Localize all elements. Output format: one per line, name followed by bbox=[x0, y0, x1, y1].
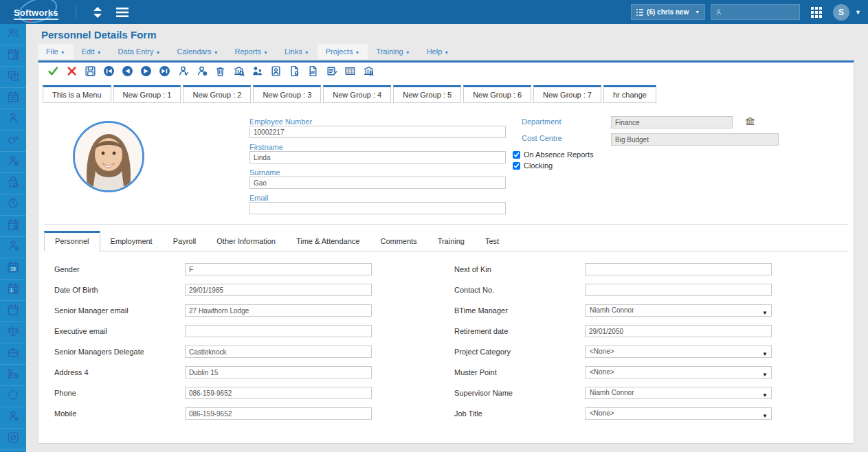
sidebar-item-calendar-user[interactable]: .s{fill:none;stroke:#ffffff;stroke-width… bbox=[0, 280, 26, 301]
avatar-caret-icon[interactable]: ▼ bbox=[855, 9, 861, 16]
nav-prev-button[interactable]: .s{fill:none;stroke:#2667ad;stroke-width… bbox=[121, 66, 133, 78]
group-button-0[interactable]: This is a Menu bbox=[43, 85, 111, 103]
tab-comments[interactable]: Comments bbox=[370, 231, 427, 251]
group-button-6[interactable]: New Group : 6 bbox=[463, 85, 531, 103]
email-field[interactable] bbox=[249, 202, 506, 214]
executive-email-field[interactable] bbox=[185, 325, 372, 337]
gender-field[interactable] bbox=[185, 263, 372, 275]
tab-other-information[interactable]: Other Information bbox=[206, 231, 286, 251]
surname-field[interactable] bbox=[249, 177, 506, 189]
sidebar-item-clock-check[interactable]: .s{fill:none;stroke:#ffffff;stroke-width… bbox=[0, 194, 26, 216]
muster-point-select[interactable]: <None>▼ bbox=[585, 366, 772, 378]
sidebar-item-person-settings[interactable]: .s{fill:none;stroke:#ffffff;stroke-width… bbox=[0, 407, 26, 429]
menu-help[interactable]: Help▼ bbox=[419, 44, 458, 59]
family-button[interactable]: .s{fill:none;stroke:#2667ad;stroke-width… bbox=[251, 66, 263, 78]
tab-test[interactable]: Test bbox=[475, 231, 509, 251]
sidebar-item-calendar-grid[interactable]: .s{fill:none;stroke:#ffffff;stroke-width… bbox=[0, 88, 26, 109]
sidebar-item-person-gear[interactable]: .s{fill:none;stroke:#ffffff;stroke-width… bbox=[0, 152, 26, 173]
tab-training[interactable]: Training bbox=[427, 231, 475, 251]
tab-employment[interactable]: Employment bbox=[100, 231, 163, 251]
menu-projects[interactable]: Projects▼ bbox=[318, 44, 368, 59]
sidebar-item-people[interactable]: .s{fill:none;stroke:#ffffff;stroke-width… bbox=[0, 24, 26, 45]
softworks-logo[interactable]: Softworks bbox=[10, 2, 63, 23]
nav-first-button[interactable]: .s{fill:none;stroke:#2667ad;stroke-width… bbox=[102, 66, 115, 78]
sidebar-item-person-dot[interactable]: .s{fill:none;stroke:#ffffff;stroke-width… bbox=[0, 237, 26, 258]
tab-payroll[interactable]: Payroll bbox=[163, 231, 207, 251]
sidebar-item-circle-dashed[interactable]: .s{fill:none;stroke:#ffffff;stroke-width… bbox=[0, 386, 26, 407]
collapse-expand-icon[interactable] bbox=[93, 7, 102, 18]
table-button[interactable]: .s{fill:none;stroke:#9aa0a6;stroke-width… bbox=[344, 66, 356, 78]
apps-grid-icon[interactable] bbox=[811, 7, 822, 18]
menu-links[interactable]: Links▼ bbox=[276, 44, 318, 59]
menu-edit[interactable]: Edit▼ bbox=[74, 44, 110, 59]
sidebar-item-scales[interactable]: .s{fill:none;stroke:#ffffff;stroke-width… bbox=[0, 322, 26, 343]
clocking-checkbox[interactable] bbox=[513, 162, 520, 170]
check-button[interactable]: .s{fill:none;stroke:#2667ad;stroke-width… bbox=[47, 66, 59, 78]
group-button-8[interactable]: hr change bbox=[603, 85, 656, 103]
trash-button[interactable]: .s{fill:none;stroke:#2667ad;stroke-width… bbox=[214, 66, 226, 78]
firstname-field[interactable] bbox=[249, 151, 506, 163]
sidebar-item-bag-clock[interactable]: .s{fill:none;stroke:#ffffff;stroke-width… bbox=[0, 173, 26, 194]
address-4-field[interactable] bbox=[185, 366, 372, 378]
btime-manager-select[interactable]: Niamh Connor▼ bbox=[585, 304, 772, 317]
group-button-1[interactable]: New Group : 1 bbox=[113, 85, 181, 103]
group-button-5[interactable]: New Group : 5 bbox=[393, 85, 461, 103]
sidebar-item-layers[interactable]: .s{fill:none;stroke:#ffffff;stroke-width… bbox=[0, 67, 26, 88]
job-title-select[interactable]: <None>▼ bbox=[585, 407, 772, 420]
doc-edit-button[interactable]: .s{fill:none;stroke:#2667ad;stroke-width… bbox=[325, 66, 337, 78]
tab-time-attendance[interactable]: Time & Attendance bbox=[286, 231, 370, 251]
group-button-4[interactable]: New Group : 4 bbox=[323, 85, 391, 103]
user-context-dropdown[interactable]: (6) chris new ▼ bbox=[631, 4, 705, 20]
sidebar-item-calendar[interactable]: .s{fill:none;stroke:#ffffff;stroke-width… bbox=[0, 301, 26, 322]
menu-data-entry[interactable]: Data Entry▼ bbox=[110, 44, 169, 59]
next-of-kin-field[interactable] bbox=[585, 263, 772, 275]
employee-number-field[interactable] bbox=[249, 126, 506, 138]
tab-personnel[interactable]: Personnel bbox=[44, 231, 100, 251]
phone-field[interactable] bbox=[185, 387, 372, 399]
menu-training[interactable]: Training▼ bbox=[368, 44, 418, 59]
date-of-birth-field[interactable] bbox=[185, 284, 372, 296]
sidebar-item-hierarchy[interactable]: .s{fill:none;stroke:#ffffff;stroke-width… bbox=[0, 365, 26, 386]
group-button-7[interactable]: New Group : 7 bbox=[533, 85, 601, 103]
sidebar-item-calendar-person[interactable]: .s{fill:none;stroke:#ffffff;stroke-width… bbox=[0, 216, 26, 237]
sidebar-item-whistle[interactable]: .s{fill:none;stroke:#ffffff;stroke-width… bbox=[0, 131, 26, 152]
group-button-3[interactable]: New Group : 3 bbox=[253, 85, 321, 103]
nav-last-button[interactable]: .s{fill:none;stroke:#2667ad;stroke-width… bbox=[158, 66, 170, 78]
mobile-field[interactable] bbox=[185, 407, 372, 420]
supervisor-name-select[interactable]: Niamh Connor▼ bbox=[585, 387, 772, 399]
organisation-picker-icon[interactable] bbox=[745, 116, 755, 129]
sidebar-item-calendar-clock[interactable]: .s{fill:none;stroke:#ffffff;stroke-width… bbox=[0, 45, 26, 67]
hamburger-menu-icon[interactable] bbox=[116, 8, 129, 17]
sidebar-item-sync[interactable]: .s{fill:none;stroke:#ffffff;stroke-width… bbox=[0, 429, 26, 450]
sidebar-item-person[interactable]: .s{fill:none;stroke:#ffffff;stroke-width… bbox=[0, 109, 26, 131]
menu-reports[interactable]: Reports▼ bbox=[227, 44, 276, 59]
building-search-button[interactable]: .s{fill:none;stroke:#2667ad;stroke-width… bbox=[232, 66, 245, 78]
employee-search-box[interactable] bbox=[711, 4, 800, 20]
group-button-2[interactable]: New Group : 2 bbox=[183, 85, 251, 103]
senior-manager-email-field[interactable] bbox=[185, 304, 372, 317]
contact-no--field[interactable] bbox=[585, 284, 772, 296]
employee-search-input[interactable] bbox=[726, 8, 795, 16]
person-check-button[interactable]: .s{fill:none;stroke:#2667ad;stroke-width… bbox=[177, 66, 189, 78]
sidebar-item-calendar-15[interactable]: .s{fill:none;stroke:#ffffff;stroke-width… bbox=[0, 258, 26, 280]
sidebar-item-briefcase[interactable]: .s{fill:none;stroke:#ffffff;stroke-width… bbox=[0, 343, 26, 365]
svg-text:1: 1 bbox=[10, 288, 13, 293]
project-category-select[interactable]: <None>▼ bbox=[585, 346, 772, 358]
nav-next-button[interactable]: .s{fill:none;stroke:#2667ad;stroke-width… bbox=[140, 66, 152, 78]
avatar[interactable]: S bbox=[833, 4, 849, 21]
person-badge-button[interactable]: .s{fill:none;stroke:#2667ad;stroke-width… bbox=[269, 66, 282, 78]
retirement-date-field[interactable] bbox=[585, 325, 772, 337]
cross-button[interactable]: .s{fill:none;stroke:#2667ad;stroke-width… bbox=[65, 66, 78, 78]
menu-calendars[interactable]: Calendars▼ bbox=[168, 44, 226, 59]
menu-file[interactable]: File▼ bbox=[38, 44, 74, 59]
senior-managers-delegate-field[interactable] bbox=[185, 346, 372, 358]
cost-centre-field[interactable] bbox=[611, 133, 779, 146]
doc-word-button[interactable]: .s{fill:none;stroke:#2667ad;stroke-width… bbox=[307, 66, 319, 78]
on-absence-reports-checkbox[interactable] bbox=[513, 151, 520, 159]
doc-seal-button[interactable]: .s{fill:none;stroke:#2667ad;stroke-width… bbox=[288, 66, 300, 78]
employee-photo[interactable] bbox=[73, 121, 144, 192]
person-add-button[interactable]: .s{fill:none;stroke:#2667ad;stroke-width… bbox=[195, 66, 208, 78]
building-person-button[interactable]: .s{fill:none;stroke:#2667ad;stroke-width… bbox=[362, 66, 375, 78]
save-button[interactable]: .s{fill:none;stroke:#2667ad;stroke-width… bbox=[84, 66, 96, 78]
department-field[interactable] bbox=[611, 116, 733, 128]
